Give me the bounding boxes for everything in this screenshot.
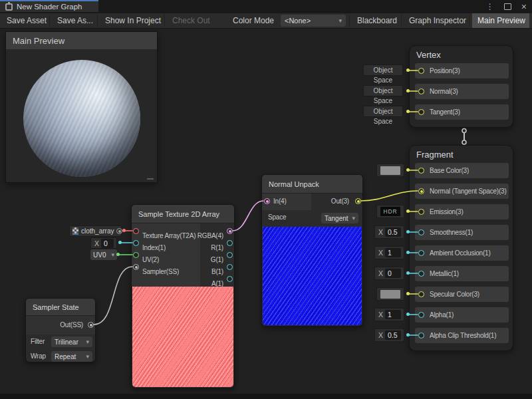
fragment-row-smoothness[interactable]: Smoothness(1): [415, 225, 509, 240]
normal-port-icon[interactable]: [418, 88, 424, 94]
main-preview-button[interactable]: Main Preview: [472, 13, 529, 28]
maximize-icon[interactable]: [504, 3, 511, 10]
fragment-row-base-color[interactable]: Base Color(3): [415, 163, 509, 178]
g-port-icon[interactable]: [227, 252, 233, 258]
emission-port-icon[interactable]: [418, 209, 424, 215]
show-in-project-button[interactable]: Show In Project: [100, 13, 166, 28]
vertex-row-normal[interactable]: Normal(3): [415, 84, 509, 99]
resize-grip[interactable]: [147, 178, 154, 180]
specular-color-swatch[interactable]: [376, 287, 404, 301]
smoothness-port-icon[interactable]: [418, 229, 424, 235]
color-swatch[interactable]: [380, 290, 400, 299]
vertex-row-position[interactable]: Position(3): [415, 63, 509, 78]
metallic-port-icon[interactable]: [418, 271, 424, 277]
texture-array-port-icon[interactable]: [133, 228, 139, 234]
node-header[interactable]: Sample Texture 2D Array: [132, 205, 234, 223]
main-preview-panel[interactable]: Main Preview: [5, 31, 158, 183]
specular-color-port-icon[interactable]: [418, 291, 424, 297]
color-mode-dropdown[interactable]: <None> ▾: [281, 15, 346, 27]
fragment-row-emission[interactable]: Emission(3): [415, 204, 509, 219]
close-icon[interactable]: ×: [521, 0, 527, 13]
alpha-port-icon[interactable]: [418, 312, 424, 318]
wrap-dropdown[interactable]: Repeat ▾: [51, 351, 92, 362]
rgba-port-icon[interactable]: [227, 228, 233, 234]
metallic-input[interactable]: X 0: [374, 267, 404, 280]
port-label: Specular Color(3): [430, 287, 479, 302]
toolbar-divider: [469, 15, 470, 27]
b-port-icon[interactable]: [227, 264, 233, 270]
sample-texture-2d-array-node[interactable]: Sample Texture 2D Array Texture Array(T2…: [131, 204, 235, 388]
preview-sphere[interactable]: [23, 60, 140, 177]
value-field[interactable]: 1: [385, 310, 401, 319]
space-value: Tangent: [325, 215, 348, 222]
color-swatch[interactable]: [380, 166, 400, 175]
node-header[interactable]: Sampler State: [26, 299, 95, 316]
connector-dot: [118, 241, 122, 244]
save-asset-button[interactable]: Save Asset: [1, 13, 52, 28]
alpha-clip-port-icon[interactable]: [418, 332, 424, 338]
vertex-node-title: Vertex: [416, 50, 441, 60]
out-ss-port-icon[interactable]: [88, 322, 94, 328]
fragment-row-specular-color[interactable]: Specular Color(3): [415, 287, 509, 302]
tangent-port-icon[interactable]: [418, 109, 424, 115]
port-label: Base Color(3): [430, 163, 469, 178]
alpha-input[interactable]: X 1: [374, 308, 404, 321]
save-as-button[interactable]: Save As...: [52, 13, 98, 28]
vertex-row-tangent[interactable]: Tangent(3): [415, 104, 509, 120]
main-preview-header[interactable]: Main Preview: [6, 32, 157, 49]
fragment-row-normal[interactable]: Normal (Tangent Space)(3): [415, 184, 509, 199]
index-port-icon[interactable]: [133, 240, 139, 246]
graph-inspector-button[interactable]: Graph Inspector: [404, 13, 471, 28]
in-port-icon[interactable]: [264, 198, 270, 204]
ambient-occlusion-input[interactable]: X 1: [374, 246, 404, 259]
filter-dropdown[interactable]: Trilinear ▾: [51, 336, 92, 347]
ambient-occlusion-port-icon[interactable]: [418, 250, 424, 256]
filter-value: Trilinear: [55, 338, 78, 346]
position-port-icon[interactable]: [418, 68, 424, 74]
toolbar-divider: [349, 15, 350, 27]
index-input[interactable]: X 0: [90, 237, 117, 249]
fragment-row-metallic[interactable]: Metallic(1): [415, 266, 509, 281]
out-port-icon[interactable]: [355, 198, 361, 204]
value-field[interactable]: 0.5: [385, 331, 401, 340]
fragment-node[interactable]: Fragment Base Color(3) Normal (Tangent S…: [409, 145, 513, 351]
sampler-port-icon[interactable]: [133, 264, 139, 270]
blackboard-button[interactable]: Blackboard: [352, 13, 402, 28]
value-field[interactable]: 0.5: [385, 227, 401, 237]
fragment-row-alpha-clip[interactable]: Alpha Clip Threshold(1): [415, 328, 509, 343]
sampler-state-node[interactable]: Sampler State Out(SS) Filter Trilinear ▾…: [25, 298, 96, 362]
x-label: X: [378, 311, 383, 319]
a-port-icon[interactable]: [227, 276, 233, 282]
connector-dot: [406, 68, 410, 72]
node-header[interactable]: Normal Unpack: [262, 175, 362, 194]
document-tab[interactable]: New Shader Graph: [0, 0, 98, 12]
value-field[interactable]: 1: [385, 248, 401, 257]
port-label: Alpha Clip Threshold(1): [430, 328, 496, 343]
r-port-icon[interactable]: [227, 240, 233, 246]
title-bar: New Shader Graph ⋮ ×: [0, 0, 532, 13]
cloth-array-property-pill[interactable]: cloth_array: [69, 225, 122, 237]
hdr-badge[interactable]: HDR: [380, 207, 400, 216]
value-field[interactable]: 0: [101, 239, 114, 248]
base-color-port-icon[interactable]: [418, 168, 424, 174]
wrap-label: Wrap: [31, 352, 46, 360]
smoothness-input[interactable]: X 0.5: [374, 225, 404, 239]
uv-channel-dropdown[interactable]: UV0 ▾: [90, 249, 117, 260]
fragment-row-ambient-occlusion[interactable]: Ambient Occlusion(1): [415, 245, 509, 261]
x-label: X: [378, 269, 383, 277]
normal-unpack-node[interactable]: Normal Unpack In(4) Out(3) Space Tangent…: [261, 174, 363, 327]
connector-dot: [406, 251, 410, 254]
space-label: Space: [268, 213, 286, 221]
fragment-row-alpha[interactable]: Alpha(1): [415, 307, 509, 323]
vertex-node[interactable]: Vertex Position(3) Normal(3) Tangent(3): [409, 45, 513, 128]
menu-icon[interactable]: ⋮: [486, 0, 494, 13]
connector-dot: [406, 271, 410, 275]
emission-hdr-widget[interactable]: HDR: [376, 205, 404, 218]
alpha-clip-input[interactable]: X 0.5: [374, 329, 404, 342]
base-color-swatch[interactable]: [376, 164, 404, 177]
normal-port-icon[interactable]: [418, 188, 424, 194]
value-field[interactable]: 0: [385, 269, 401, 278]
space-dropdown[interactable]: Tangent ▾: [321, 213, 358, 223]
uv-port-icon[interactable]: [133, 252, 139, 258]
x-label: X: [94, 239, 99, 247]
